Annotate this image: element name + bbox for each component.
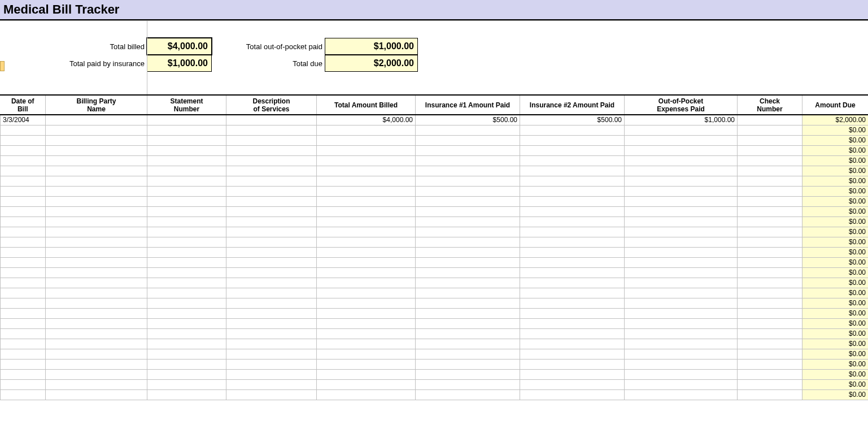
- cell-ins1[interactable]: [416, 237, 520, 247]
- cell-description[interactable]: [226, 186, 317, 196]
- cell-ins2[interactable]: [520, 247, 625, 257]
- cell-party[interactable]: [46, 216, 147, 227]
- cell-statement[interactable]: [147, 166, 226, 176]
- cell-description[interactable]: [226, 339, 317, 349]
- cell-ins1[interactable]: [416, 288, 520, 298]
- cell-description[interactable]: [226, 176, 317, 186]
- cell-date[interactable]: [1, 359, 46, 369]
- cell-party[interactable]: [46, 247, 147, 257]
- cell-ins1[interactable]: [416, 278, 520, 288]
- cell-party[interactable]: [46, 298, 147, 308]
- cell-due[interactable]: $0.00: [802, 267, 869, 278]
- cell-description[interactable]: [226, 125, 317, 135]
- cell-description[interactable]: [226, 247, 317, 257]
- cell-check[interactable]: [738, 257, 802, 267]
- cell-ins2[interactable]: [520, 125, 625, 135]
- cell-ins2[interactable]: [520, 186, 625, 196]
- cell-billed[interactable]: [317, 328, 416, 339]
- header-date[interactable]: Date ofBill: [1, 96, 46, 115]
- cell-due[interactable]: $0.00: [802, 339, 869, 349]
- cell-due[interactable]: $0.00: [802, 389, 869, 400]
- cell-oop[interactable]: [625, 369, 738, 379]
- cell-check[interactable]: [738, 389, 802, 400]
- header-billed[interactable]: Total Amount Billed: [317, 96, 416, 115]
- cell-description[interactable]: [226, 328, 317, 339]
- cell-due[interactable]: $0.00: [802, 227, 869, 237]
- cell-oop[interactable]: [625, 298, 738, 308]
- cell-due[interactable]: $0.00: [802, 216, 869, 227]
- cell-description[interactable]: [226, 227, 317, 237]
- cell-description[interactable]: [226, 278, 317, 288]
- cell-ins1[interactable]: [416, 155, 520, 166]
- header-check[interactable]: CheckNumber: [738, 96, 802, 115]
- cell-ins2[interactable]: [520, 288, 625, 298]
- cell-oop[interactable]: [625, 196, 738, 206]
- cell-statement[interactable]: [147, 318, 226, 328]
- cell-oop[interactable]: [625, 206, 738, 216]
- header-ins1[interactable]: Insurance #1 Amount Paid: [416, 96, 520, 115]
- cell-description[interactable]: [226, 237, 317, 247]
- cell-date[interactable]: [1, 206, 46, 216]
- cell-billed[interactable]: [317, 349, 416, 359]
- cell-due[interactable]: $2,000.00: [802, 115, 869, 125]
- cell-party[interactable]: [46, 278, 147, 288]
- cell-due[interactable]: $0.00: [802, 288, 869, 298]
- cell-ins2[interactable]: [520, 196, 625, 206]
- cell-oop[interactable]: [625, 166, 738, 176]
- cell-oop[interactable]: [625, 318, 738, 328]
- cell-check[interactable]: [738, 125, 802, 135]
- cell-statement[interactable]: [147, 288, 226, 298]
- cell-date[interactable]: [1, 237, 46, 247]
- cell-party[interactable]: [46, 125, 147, 135]
- cell-statement[interactable]: [147, 359, 226, 369]
- cell-date[interactable]: [1, 318, 46, 328]
- cell-party[interactable]: [46, 135, 147, 145]
- cell-statement[interactable]: [147, 216, 226, 227]
- cell-ins1[interactable]: [416, 298, 520, 308]
- cell-billed[interactable]: [317, 389, 416, 400]
- cell-ins1[interactable]: [416, 176, 520, 186]
- cell-check[interactable]: [738, 308, 802, 318]
- cell-check[interactable]: [738, 227, 802, 237]
- cell-ins2[interactable]: [520, 176, 625, 186]
- cell-ins1[interactable]: [416, 308, 520, 318]
- total-billed-value[interactable]: $4,000.00: [147, 38, 212, 55]
- cell-statement[interactable]: [147, 196, 226, 206]
- cell-party[interactable]: [46, 206, 147, 216]
- cell-description[interactable]: [226, 155, 317, 166]
- cell-due[interactable]: $0.00: [802, 155, 869, 166]
- cell-billed[interactable]: [317, 237, 416, 247]
- cell-billed[interactable]: [317, 166, 416, 176]
- cell-ins2[interactable]: [520, 155, 625, 166]
- cell-ins1[interactable]: [416, 135, 520, 145]
- cell-party[interactable]: [46, 318, 147, 328]
- cell-due[interactable]: $0.00: [802, 206, 869, 216]
- cell-oop[interactable]: [625, 216, 738, 227]
- cell-ins1[interactable]: $500.00: [416, 115, 520, 125]
- cell-date[interactable]: [1, 267, 46, 278]
- cell-date[interactable]: [1, 389, 46, 400]
- cell-oop[interactable]: [625, 339, 738, 349]
- cell-ins2[interactable]: [520, 166, 625, 176]
- cell-ins2[interactable]: [520, 298, 625, 308]
- cell-ins2[interactable]: [520, 359, 625, 369]
- cell-check[interactable]: [738, 369, 802, 379]
- cell-date[interactable]: [1, 288, 46, 298]
- cell-party[interactable]: [46, 339, 147, 349]
- cell-billed[interactable]: [317, 379, 416, 389]
- cell-due[interactable]: $0.00: [802, 349, 869, 359]
- cell-party[interactable]: [46, 237, 147, 247]
- cell-billed[interactable]: [317, 308, 416, 318]
- cell-statement[interactable]: [147, 115, 226, 125]
- cell-party[interactable]: [46, 186, 147, 196]
- cell-date[interactable]: [1, 125, 46, 135]
- cell-due[interactable]: $0.00: [802, 359, 869, 369]
- cell-party[interactable]: [46, 145, 147, 155]
- cell-oop[interactable]: [625, 288, 738, 298]
- cell-oop[interactable]: [625, 379, 738, 389]
- cell-date[interactable]: [1, 135, 46, 145]
- cell-date[interactable]: [1, 176, 46, 186]
- cell-date[interactable]: [1, 349, 46, 359]
- cell-due[interactable]: $0.00: [802, 176, 869, 186]
- cell-date[interactable]: [1, 247, 46, 257]
